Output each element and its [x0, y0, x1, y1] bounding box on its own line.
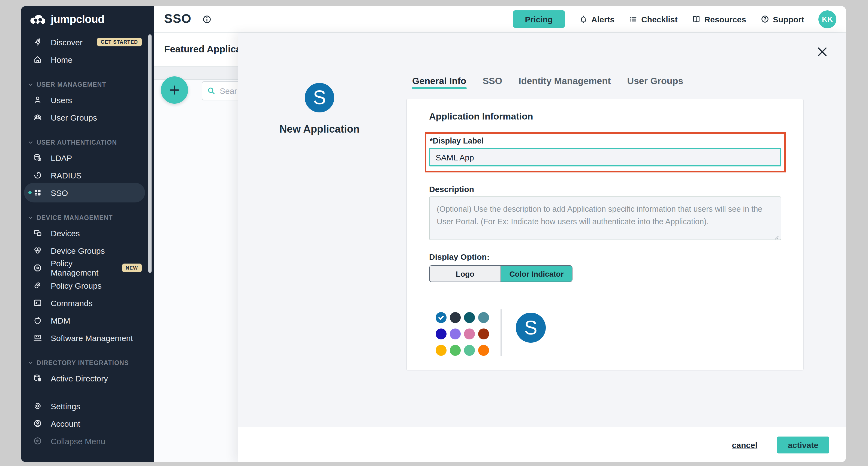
tab-user-groups[interactable]: User Groups	[627, 75, 683, 87]
color-swatch-#9c2f0c[interactable]	[478, 328, 489, 340]
sidebar-item-label: RADIUS	[51, 171, 82, 180]
color-swatch-#d97aa9[interactable]	[464, 328, 475, 340]
laptop-icon	[33, 333, 42, 342]
app-initial: S	[313, 86, 326, 109]
cancel-button[interactable]: cancel	[732, 440, 757, 449]
color-swatch-#8b72e9[interactable]	[450, 328, 461, 340]
sidebar-item-policy-groups[interactable]: Policy Groups	[21, 276, 154, 294]
device-groups-icon	[33, 246, 42, 255]
sidebar-nav: DiscoverGET STARTEDHomeUSER MANAGEMENTUs…	[21, 33, 154, 449]
sidebar-item-label: Collapse Menu	[51, 436, 105, 445]
sidebar-item-settings[interactable]: Settings	[21, 397, 154, 415]
swatch-preview-divider	[500, 310, 502, 356]
sidebar-section-user-management[interactable]: USER MANAGEMENT	[21, 78, 154, 91]
sidebar-item-label: Discover	[51, 37, 83, 47]
pricing-button[interactable]: Pricing	[513, 10, 565, 28]
display-option-color-indicator[interactable]: Color Indicator	[500, 266, 572, 282]
sidebar-item-commands[interactable]: Commands	[21, 294, 154, 312]
sidebar-item-users[interactable]: Users	[21, 91, 154, 109]
sidebar-item-discover[interactable]: DiscoverGET STARTED	[21, 33, 154, 51]
sidebar-item-home[interactable]: Home	[21, 51, 154, 68]
display-option-logo[interactable]: Logo	[430, 266, 500, 282]
display-label-input[interactable]	[429, 148, 781, 167]
user-avatar[interactable]: KK	[818, 10, 836, 28]
account-icon	[33, 419, 42, 428]
sidebar-item-label: Active Directory	[51, 374, 108, 383]
sidebar-section-device-management[interactable]: DEVICE MANAGEMENT	[21, 211, 154, 224]
sidebar-section-directory-integrations[interactable]: DIRECTORY INTEGRATIONS	[21, 356, 154, 370]
sidebar-item-mdm[interactable]: MDM	[21, 312, 154, 329]
application-information-card: Application Information *Display Label D…	[406, 99, 804, 371]
activate-button[interactable]: activate	[777, 436, 829, 453]
sidebar-item-devices[interactable]: Devices	[21, 224, 154, 242]
user-icon	[33, 95, 42, 104]
chevron-down-icon	[28, 360, 33, 366]
tab-sso[interactable]: SSO	[483, 75, 502, 87]
topbar-action-label: Support	[773, 14, 804, 24]
topbar-action-support[interactable]: Support	[760, 14, 804, 24]
tab-identity-management[interactable]: Identity Management	[519, 75, 611, 87]
close-icon[interactable]	[816, 46, 828, 58]
sidebar-item-user-groups[interactable]: User Groups	[21, 109, 154, 126]
policy-groups-icon	[33, 281, 42, 290]
sidebar-item-ldap[interactable]: LDAP	[21, 149, 154, 167]
topbar-action-checklist[interactable]: Checklist	[629, 14, 677, 24]
gear-icon	[33, 402, 42, 410]
page-title: SSO	[164, 11, 191, 26]
swatch-row	[436, 345, 489, 356]
sidebar-section-label: USER MANAGEMENT	[36, 81, 106, 88]
info-icon[interactable]	[202, 15, 212, 24]
policy-icon	[33, 264, 42, 272]
topbar-action-label: Resources	[705, 14, 746, 24]
color-swatch-#1072ae[interactable]	[436, 312, 446, 323]
sidebar-item-label: SSO	[51, 188, 68, 197]
color-swatch-#fdb402[interactable]	[436, 345, 446, 356]
color-swatch-#1c12b8[interactable]	[436, 328, 446, 340]
color-swatch-#4d8d9c[interactable]	[478, 312, 489, 323]
swatch-row	[436, 328, 489, 340]
sidebar-item-software-management[interactable]: Software Management	[21, 329, 154, 347]
sidebar-section-user-authentication[interactable]: USER AUTHENTICATION	[21, 136, 154, 149]
sidebar-item-account[interactable]: Account	[21, 415, 154, 432]
sidebar-item-collapse-menu[interactable]: Collapse Menu	[21, 432, 154, 449]
new-application-modal: S New Application General InfoSSOIdentit…	[238, 33, 846, 462]
color-swatch-#2a3440[interactable]	[450, 312, 461, 323]
sidebar-item-device-groups[interactable]: Device Groups	[21, 242, 154, 259]
sidebar-item-policy-management[interactable]: Policy ManagementNEW	[21, 259, 154, 276]
plus-icon	[168, 84, 181, 96]
question-icon	[760, 15, 769, 24]
sidebar-item-label: MDM	[51, 316, 70, 325]
display-option-toggle: Logo Color Indicator	[429, 265, 572, 282]
featured-applications-heading: Featured Applica	[164, 43, 241, 55]
sidebar-item-label: Policy Management	[51, 259, 122, 277]
sidebar-item-sso[interactable]: SSO	[21, 184, 154, 201]
card-heading: Application Information	[429, 111, 533, 122]
color-swatch-#57c263[interactable]	[450, 345, 461, 356]
topbar-action-resources[interactable]: Resources	[692, 14, 746, 24]
topbar-actions: PricingAlertsChecklistResourcesSupportKK	[513, 6, 836, 32]
sidebar-divider	[32, 392, 144, 392]
description-textarea[interactable]: (Optional) Use the description to add Ap…	[429, 197, 781, 240]
book-icon	[692, 15, 701, 24]
color-swatch-#5ac397[interactable]	[464, 345, 475, 356]
color-swatch-#fb7805[interactable]	[478, 345, 489, 356]
resize-handle-icon[interactable]	[774, 232, 779, 238]
display-label-label: *Display Label	[430, 137, 484, 145]
topbar-action-label: Checklist	[641, 14, 677, 24]
sidebar-item-label: Device Groups	[51, 246, 105, 255]
cloud-logo-icon	[29, 13, 47, 26]
chevron-down-icon	[28, 140, 33, 145]
sidebar-item-label: Home	[51, 55, 72, 64]
sidebar-item-radius[interactable]: RADIUS	[21, 167, 154, 184]
color-swatch-#0d5c6b[interactable]	[464, 312, 475, 323]
topbar: SSO PricingAlertsChecklistResourcesSuppo…	[154, 6, 846, 33]
sidebar-scrollbar[interactable]	[148, 34, 152, 273]
checklist-icon	[629, 15, 638, 24]
bell-icon	[579, 15, 587, 24]
search-icon	[207, 87, 215, 95]
sidebar-item-active-directory[interactable]: Active Directory	[21, 370, 154, 387]
tab-general-info[interactable]: General Info	[412, 75, 466, 87]
topbar-action-alerts[interactable]: Alerts	[579, 14, 615, 24]
add-application-button[interactable]	[161, 77, 188, 104]
terminal-icon	[33, 298, 42, 307]
